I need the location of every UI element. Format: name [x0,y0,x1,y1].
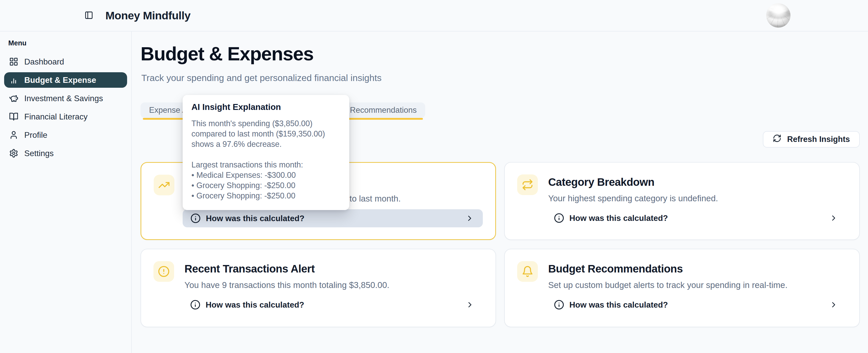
card-body: Your highest spending category is undefi… [548,193,718,203]
sidebar-item-settings[interactable]: Settings [4,145,127,161]
sidebar-item-financial-literacy[interactable]: Financial Literacy [4,109,127,125]
avatar[interactable] [766,3,790,28]
card-category-breakdown: Category Breakdown Your highest spending… [504,162,860,240]
sidebar-item-label: Investment & Savings [24,94,103,103]
how-calculated-label: How was this calculated? [569,300,668,310]
sidebar-nav-list: Dashboard Budget & Expense Investment & … [0,54,131,161]
refresh-icon [773,134,781,145]
repeat-icon [517,174,538,195]
chevron-right-icon [466,301,474,309]
refresh-insights-label: Refresh Insights [787,135,850,144]
refresh-insights-button[interactable]: Refresh Insights [763,131,860,148]
sidebar-item-profile[interactable]: Profile [4,127,127,143]
how-calculated-row[interactable]: How was this calculated? [183,209,483,227]
card-title: Recent Transactions Alert [184,263,315,275]
sidebar-item-investment-savings[interactable]: Investment & Savings [4,91,127,106]
info-icon [190,299,200,310]
info-icon [554,299,564,310]
transactions-heading: Largest transactions this month: [191,160,340,170]
info-icon [554,213,564,223]
info-icon [190,213,201,223]
ai-insight-popover: AI Insight Explanation This month's spen… [183,95,349,210]
how-calculated-label: How was this calculated? [569,213,668,223]
sidebar-item-label: Settings [24,149,54,158]
transaction-line: • Grocery Shopping: -$250.00 [191,190,340,201]
bell-icon [517,261,538,282]
sidebar-item-dashboard[interactable]: Dashboard [4,54,127,69]
panel-left-icon [85,11,93,21]
card-title: Budget Recommendations [548,263,683,275]
sidebar-item-budget-expense[interactable]: Budget & Expense [4,72,127,88]
alert-circle-icon [153,261,174,282]
app-header: Money Mindfully [0,0,868,32]
chevron-right-icon [465,214,474,223]
transaction-line: • Grocery Shopping: -$250.00 [191,180,340,190]
card-body: You have 9 transactions this month total… [184,280,389,290]
chevron-right-icon [829,214,838,222]
sidebar-toggle-button[interactable] [83,10,95,21]
sidebar-item-label: Financial Literacy [24,112,88,121]
book-open-icon [9,112,19,121]
page-title: Budget & Expenses [141,43,313,65]
app-title: Money Mindfully [105,9,190,22]
card-budget-recommendations: Budget Recommendations Set up custom bud… [504,249,860,327]
popover-paragraph: This month's spending ($3,850.00) compar… [191,118,340,149]
gear-icon [9,148,19,158]
page-subtitle: Track your spending and get personalized… [141,73,381,83]
card-body: Set up custom budget alerts to track you… [548,280,787,290]
transaction-line: • Medical Expenses: -$300.00 [191,170,340,180]
how-calculated-label: How was this calculated? [206,300,304,310]
layout-grid-icon [9,57,19,67]
chevron-right-icon [829,301,838,309]
popover-transactions: Largest transactions this month: • Medic… [191,160,340,201]
sidebar-item-label: Profile [24,130,47,140]
card-recent-transactions-alert: Recent Transactions Alert You have 9 tra… [141,249,496,327]
how-calculated-label: How was this calculated? [206,214,305,223]
how-calculated-row[interactable]: How was this calculated? [546,296,847,314]
user-icon [9,130,19,140]
card-body-fragment: to last month. [349,194,401,204]
sidebar: Menu Dashboard Budget & Expense Investme… [0,32,132,353]
sidebar-item-label: Budget & Expense [24,75,96,85]
sidebar-menu-label: Menu [8,39,131,47]
bar-chart-icon [9,75,19,85]
how-calculated-row[interactable]: How was this calculated? [546,209,847,227]
how-calculated-row[interactable]: How was this calculated? [182,296,483,314]
popover-title: AI Insight Explanation [191,102,340,112]
trending-up-icon [154,175,175,195]
piggy-bank-icon [9,94,19,103]
app-root: Money Mindfully Menu Dashboard Budget & … [0,0,868,353]
sidebar-item-label: Dashboard [24,57,64,67]
card-title: Category Breakdown [548,176,654,188]
